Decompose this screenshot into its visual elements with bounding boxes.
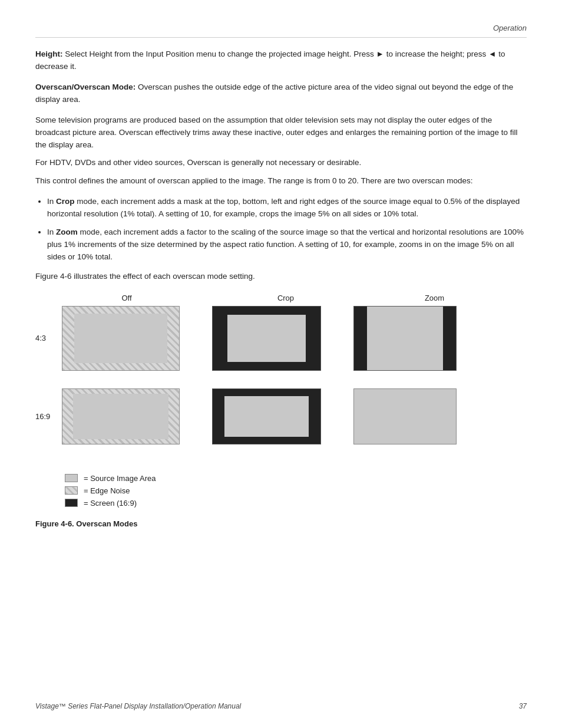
footer-left: Vistage™ Series Flat-Panel Display Insta…: [35, 702, 241, 710]
box-crop-169-inner: [224, 396, 309, 437]
box-zoom-43-right: [443, 307, 456, 370]
legend-screen: = Screen (16:9): [65, 499, 527, 508]
bullet1-bold: Crop: [56, 197, 75, 206]
box-zoom-169: [353, 388, 457, 444]
label-zoom: Zoom: [380, 294, 489, 302]
legend-screen-label: = Screen (16:9): [84, 499, 137, 508]
box-zoom-43: [353, 306, 457, 371]
header-rule: [35, 37, 527, 38]
bullet2-intro: In: [47, 228, 56, 236]
legend-edge: = Edge Noise: [65, 486, 527, 495]
box-off-169-inner: [73, 394, 168, 439]
footer-right: 37: [519, 702, 527, 710]
box-zoom-43-left: [354, 307, 367, 370]
height-paragraph: Height: Select Height from the Input Pos…: [35, 48, 527, 73]
bullet1-intro: In: [47, 197, 56, 206]
bullet2-rest: mode, each increment adds a factor to th…: [47, 228, 524, 261]
legend-edge-label: = Edge Noise: [84, 486, 130, 495]
bullet1-rest: mode, each increment adds a mask at the …: [47, 197, 520, 218]
diagram-container: Off Crop Zoom 4:3: [35, 294, 527, 462]
ratio-label-43: 4:3: [35, 334, 62, 342]
overscan-section: Overscan/Overscan Mode: Overscan pushes …: [35, 81, 527, 106]
legend-box-screen: [65, 499, 78, 507]
diagram-legend: = Source Image Area = Edge Noise = Scree…: [65, 474, 527, 508]
legend-box-edge: [65, 486, 78, 495]
ratio-label-169: 16:9: [35, 412, 62, 421]
diagram-row-169: 16:9: [35, 388, 527, 444]
height-section: Height: Select Height from the Input Pos…: [35, 48, 527, 73]
section-label: Operation: [493, 24, 527, 32]
header-section: Operation: [35, 24, 527, 32]
body-paragraphs: Some television programs are produced ba…: [35, 114, 527, 188]
box-crop-43-inner: [227, 315, 306, 362]
legend-source-label: = Source Image Area: [84, 474, 156, 483]
label-crop: Crop: [224, 294, 348, 302]
page-footer: Vistage™ Series Flat-Panel Display Insta…: [35, 702, 527, 710]
height-body: Select Height from the Input Position me…: [35, 50, 505, 71]
label-off: Off: [65, 294, 189, 302]
diagram-labels-row: Off Crop Zoom: [65, 294, 527, 302]
legend-source: = Source Image Area: [65, 474, 527, 483]
legend-box-source: [65, 474, 78, 482]
para2: For HDTV, DVDs and other video sources, …: [35, 157, 527, 169]
diagram-row-43: 4:3: [35, 306, 527, 371]
box-off-43-inner: [74, 314, 167, 363]
bullet-zoom: In Zoom mode, each increment adds a fact…: [47, 226, 527, 263]
overscan-heading: Overscan/Overscan Mode:: [35, 83, 135, 91]
bullet-crop: In Crop mode, each increment adds a mask…: [47, 196, 527, 220]
para3: This control defines the amount of overs…: [35, 175, 527, 187]
overscan-paragraph: Overscan/Overscan Mode: Overscan pushes …: [35, 81, 527, 106]
bullet2-bold: Zoom: [56, 228, 78, 236]
box-off-169: [62, 388, 180, 444]
box-crop-43: [212, 306, 321, 371]
figure-caption: Figure 4-6. Overscan Modes: [35, 519, 527, 528]
box-crop-169: [212, 388, 321, 444]
height-heading: Height:: [35, 50, 63, 58]
para1: Some television programs are produced ba…: [35, 114, 527, 151]
diagram-boxes-169: [62, 388, 457, 444]
diagram-boxes-43: [62, 306, 457, 371]
overscan-modes-list: In Crop mode, each increment adds a mask…: [47, 196, 527, 263]
figure-intro: Figure 4-6 illustrates the effect of eac…: [35, 271, 527, 283]
box-off-43: [62, 306, 180, 371]
